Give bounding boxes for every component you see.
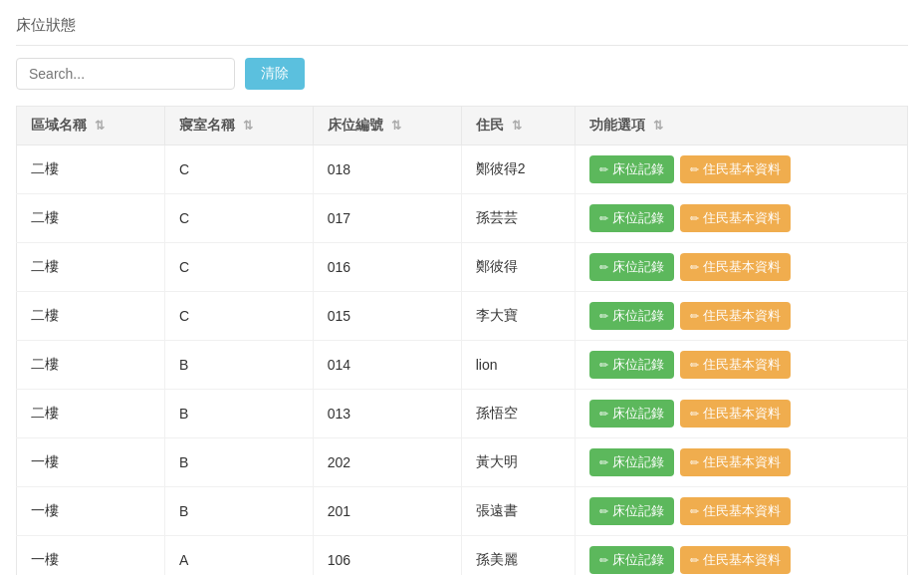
table-row: 一樓B202黃大明✏床位記錄✏住民基本資料: [17, 438, 908, 487]
bed-record-button[interactable]: ✏床位記錄: [589, 253, 674, 281]
action-btn-group: ✏床位記錄✏住民基本資料: [589, 400, 893, 428]
action-btn-group: ✏床位記錄✏住民基本資料: [589, 497, 893, 525]
resident-info-button[interactable]: ✏住民基本資料: [680, 253, 791, 281]
bed-record-button[interactable]: ✏床位記錄: [589, 497, 674, 525]
resident-info-button[interactable]: ✏住民基本資料: [680, 204, 791, 232]
cell-room-3: C: [164, 292, 313, 341]
resident-info-label: 住民基本資料: [703, 502, 781, 520]
table-row: 二樓C015李大寶✏床位記錄✏住民基本資料: [17, 292, 908, 341]
pencil-icon: ✏: [690, 310, 699, 323]
cell-area-6: 一樓: [17, 438, 165, 487]
cell-resident-4: lion: [461, 341, 575, 390]
pencil-icon: ✏: [599, 212, 608, 225]
resident-info-label: 住民基本資料: [703, 551, 781, 569]
resident-info-label: 住民基本資料: [703, 405, 781, 423]
table-row: 二樓C018鄭彼得2✏床位記錄✏住民基本資料: [17, 145, 908, 194]
bed-record-label: 床位記錄: [612, 356, 664, 374]
cell-area-3: 二樓: [17, 292, 165, 341]
resident-info-button[interactable]: ✏住民基本資料: [680, 155, 791, 183]
resident-info-button[interactable]: ✏住民基本資料: [680, 351, 791, 379]
pencil-icon: ✏: [599, 261, 608, 274]
col-resident[interactable]: 住民 ⇅: [461, 107, 575, 145]
action-btn-group: ✏床位記錄✏住民基本資料: [589, 204, 893, 232]
cell-room-1: C: [164, 194, 313, 243]
pencil-icon: ✏: [599, 408, 608, 421]
cell-area-2: 二樓: [17, 243, 165, 292]
resident-info-label: 住民基本資料: [703, 453, 781, 471]
resident-info-label: 住民基本資料: [703, 160, 781, 178]
action-btn-group: ✏床位記錄✏住民基本資料: [589, 155, 893, 183]
cell-bed_code-8: 106: [313, 536, 461, 576]
cell-resident-5: 孫悟空: [461, 390, 575, 438]
cell-room-0: C: [164, 145, 313, 194]
col-actions[interactable]: 功能選項 ⇅: [575, 107, 907, 145]
bed-record-button[interactable]: ✏床位記錄: [589, 204, 674, 232]
bed-record-label: 床位記錄: [612, 160, 664, 178]
resident-info-label: 住民基本資料: [703, 209, 781, 227]
cell-resident-3: 李大寶: [461, 292, 575, 341]
action-btn-group: ✏床位記錄✏住民基本資料: [589, 546, 893, 574]
pencil-icon: ✏: [599, 505, 608, 518]
action-btn-group: ✏床位記錄✏住民基本資料: [589, 302, 893, 330]
sort-bed-icon: ⇅: [391, 119, 401, 133]
clear-button[interactable]: 清除: [245, 58, 305, 90]
table-row: 一樓B201張遠書✏床位記錄✏住民基本資料: [17, 487, 908, 536]
cell-bed_code-4: 014: [313, 341, 461, 390]
cell-actions-5: ✏床位記錄✏住民基本資料: [575, 390, 907, 438]
bed-record-button[interactable]: ✏床位記錄: [589, 302, 674, 330]
pencil-icon: ✏: [690, 456, 699, 469]
bed-record-button[interactable]: ✏床位記錄: [589, 155, 674, 183]
bed-record-button[interactable]: ✏床位記錄: [589, 351, 674, 379]
cell-area-4: 二樓: [17, 341, 165, 390]
resident-info-button[interactable]: ✏住民基本資料: [680, 497, 791, 525]
col-bed-code[interactable]: 床位編號 ⇅: [313, 107, 461, 145]
bed-record-label: 床位記錄: [612, 209, 664, 227]
pencil-icon: ✏: [690, 261, 699, 274]
cell-resident-1: 孫芸芸: [461, 194, 575, 243]
bed-record-label: 床位記錄: [612, 551, 664, 569]
bed-record-button[interactable]: ✏床位記錄: [589, 546, 674, 574]
bed-record-button[interactable]: ✏床位記錄: [589, 400, 674, 428]
action-btn-group: ✏床位記錄✏住民基本資料: [589, 351, 893, 379]
pencil-icon: ✏: [690, 554, 699, 567]
table-row: 二樓C016鄭彼得✏床位記錄✏住民基本資料: [17, 243, 908, 292]
resident-info-button[interactable]: ✏住民基本資料: [680, 400, 791, 428]
cell-bed_code-2: 016: [313, 243, 461, 292]
table-row: 一樓A106孫美麗✏床位記錄✏住民基本資料: [17, 536, 908, 576]
sort-area-icon: ⇅: [95, 119, 105, 133]
cell-room-5: B: [164, 390, 313, 438]
cell-room-7: B: [164, 487, 313, 536]
resident-info-button[interactable]: ✏住民基本資料: [680, 302, 791, 330]
cell-bed_code-5: 013: [313, 390, 461, 438]
bed-record-button[interactable]: ✏床位記錄: [589, 448, 674, 476]
pencil-icon: ✏: [690, 408, 699, 421]
cell-area-5: 二樓: [17, 390, 165, 438]
cell-actions-4: ✏床位記錄✏住民基本資料: [575, 341, 907, 390]
table-row: 二樓C017孫芸芸✏床位記錄✏住民基本資料: [17, 194, 908, 243]
pencil-icon: ✏: [599, 359, 608, 372]
cell-resident-2: 鄭彼得: [461, 243, 575, 292]
cell-bed_code-3: 015: [313, 292, 461, 341]
cell-bed_code-0: 018: [313, 145, 461, 194]
resident-info-label: 住民基本資料: [703, 356, 781, 374]
bed-record-label: 床位記錄: [612, 453, 664, 471]
resident-info-button[interactable]: ✏住民基本資料: [680, 448, 791, 476]
bed-status-table: 區域名稱 ⇅ 寢室名稱 ⇅ 床位編號 ⇅ 住民 ⇅ 功能選項 ⇅ 二樓C018鄭…: [16, 106, 908, 575]
sort-resident-icon: ⇅: [512, 119, 522, 133]
cell-resident-6: 黃大明: [461, 438, 575, 487]
resident-info-button[interactable]: ✏住民基本資料: [680, 546, 791, 574]
col-area[interactable]: 區域名稱 ⇅: [17, 107, 165, 145]
cell-room-2: C: [164, 243, 313, 292]
cell-room-4: B: [164, 341, 313, 390]
col-room[interactable]: 寢室名稱 ⇅: [164, 107, 313, 145]
pencil-icon: ✏: [599, 310, 608, 323]
search-input[interactable]: [16, 58, 235, 90]
cell-room-6: B: [164, 438, 313, 487]
table-header-row: 區域名稱 ⇅ 寢室名稱 ⇅ 床位編號 ⇅ 住民 ⇅ 功能選項 ⇅: [17, 107, 908, 145]
cell-bed_code-7: 201: [313, 487, 461, 536]
cell-resident-8: 孫美麗: [461, 536, 575, 576]
cell-area-1: 二樓: [17, 194, 165, 243]
action-btn-group: ✏床位記錄✏住民基本資料: [589, 253, 893, 281]
page-title: 床位狀態: [16, 16, 908, 46]
cell-actions-3: ✏床位記錄✏住民基本資料: [575, 292, 907, 341]
